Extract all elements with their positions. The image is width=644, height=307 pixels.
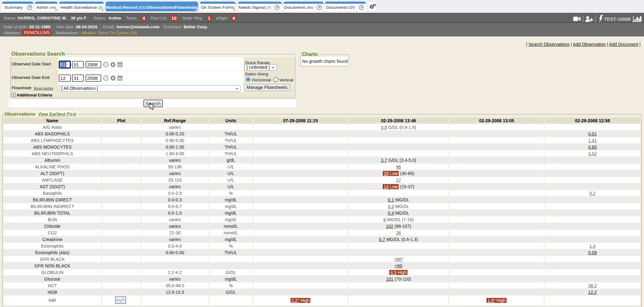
svg-text:TEST-10008: TEST-10008 <box>604 16 630 22</box>
